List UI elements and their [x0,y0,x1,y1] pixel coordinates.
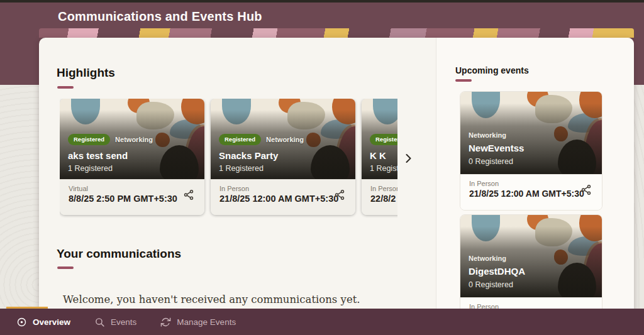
event-datetime: 22/8/2 [370,194,396,204]
registered-badge: Registered [68,134,110,145]
event-datetime: 21/8/25 12:00 AM GMT+5:30 [469,189,584,199]
event-card-footer: In Person 22/8/2 [362,179,397,215]
search-icon [94,317,105,327]
event-card-image: Networking NewEventss 0 Registered [460,92,602,174]
event-title: DigestDHQA [469,266,525,277]
event-card-image: Networking DigestDHQA 0 Registered [460,215,602,297]
highlights-heading: Highlights [57,66,115,80]
nav-item-manage-events[interactable]: Manage Events [157,314,240,330]
communications-heading: Your communications [57,247,181,261]
event-card-footer: In Person 21/8/25 12:00 AM GMT+5:30 [460,174,602,211]
registered-badge: Registered [370,134,397,145]
event-card-aks-test-send[interactable]: Registered Networking aks test send 1 Re… [60,99,204,215]
event-card-footer: In Person 21/8/25 12:00 AM GMT+5:30 [211,179,355,215]
decorative-banner [39,28,634,38]
event-registered-count: 0 Registered [469,157,513,166]
event-card-image: Registered Networking aks test send 1 Re… [60,99,204,179]
highlights-carousel: Registered Networking aks test send 1 Re… [60,99,397,218]
highlights-heading-accent [57,86,74,89]
event-mode: In Person [469,180,499,187]
communications-heading-accent [57,266,74,269]
event-title: Snacks Party [219,150,278,161]
event-card-k-k[interactable]: Registered K K 1 Registered In Person 22… [362,99,397,215]
bottom-navbar: Overview Events Manage Events [0,309,644,335]
nav-item-events[interactable]: Events [91,314,140,330]
event-category: Networking [469,131,506,139]
event-datetime: 8/8/25 2:50 PM GMT+5:30 [69,194,177,204]
upcoming-heading-accent [455,79,472,82]
share-icon[interactable] [334,189,347,202]
event-mode: In Person [370,185,397,192]
event-registered-count: 1 Registered [219,164,264,173]
event-card-image: Registered K K 1 Registered [362,99,397,179]
chevron-right-icon [404,153,413,163]
event-category: Networking [266,136,304,143]
manage-icon [160,317,171,327]
event-mode: Virtual [69,185,88,192]
event-title: K K [370,150,386,161]
event-category: Networking [469,255,506,262]
app-title: Communications and Events Hub [58,9,262,24]
share-icon[interactable] [183,189,196,202]
active-tab-indicator [6,307,48,309]
event-registered-count: 1 Registered [370,164,397,173]
upcoming-events-heading: Upcoming events [455,65,529,75]
nav-label: Events [111,317,136,327]
event-card-image: Registered Networking Snacks Party 1 Reg… [211,99,355,179]
nav-label: Overview [33,317,70,327]
event-registered-count: 0 Registered [469,280,513,289]
nav-item-overview[interactable]: Overview [13,314,74,330]
event-datetime: 21/8/25 12:00 AM GMT+5:30 [219,194,338,204]
communications-empty-message: Welcome, you haven't received any commun… [63,294,360,305]
carousel-next-button[interactable] [401,151,415,165]
upcoming-card-neweventss[interactable]: Networking NewEventss 0 Registered In Pe… [460,91,602,211]
event-title: NewEventss [469,143,524,153]
eye-icon [16,317,27,327]
event-category: Networking [115,136,153,143]
share-icon[interactable] [580,184,593,197]
nav-label: Manage Events [177,317,236,327]
event-mode: In Person [219,185,249,192]
event-card-footer: Virtual 8/8/25 2:50 PM GMT+5:30 [60,179,204,215]
registered-badge: Registered [219,134,261,145]
event-card-snacks-party[interactable]: Registered Networking Snacks Party 1 Reg… [211,99,355,215]
event-title: aks test send [68,150,128,161]
event-registered-count: 1 Registered [68,164,113,173]
